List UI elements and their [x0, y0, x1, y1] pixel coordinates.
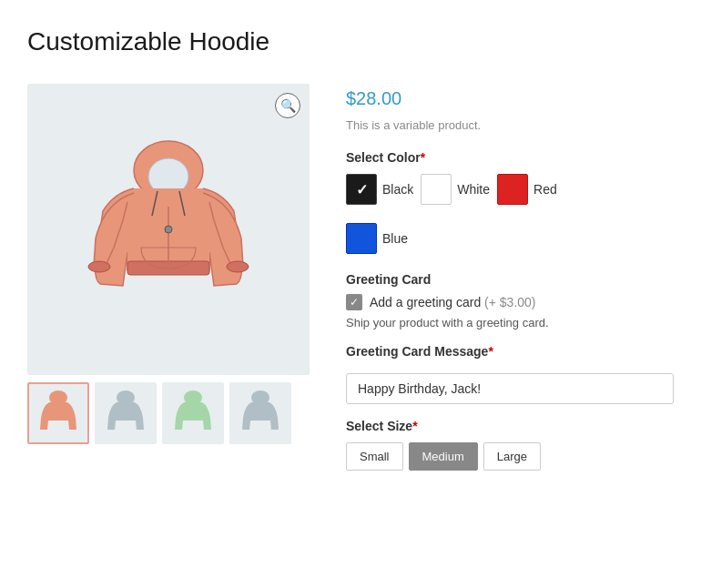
swatch-box-black[interactable]: ✓	[346, 174, 377, 205]
size-section: Select Size* Small Medium Large	[346, 419, 674, 471]
greeting-card-checkbox-row: ✓ Add a greeting card (+ $3.00)	[346, 294, 674, 310]
greeting-card-checkbox[interactable]: ✓	[346, 294, 362, 310]
greeting-card-checkbox-label[interactable]: Add a greeting card (+ $3.00)	[370, 295, 536, 309]
variable-note: This is a variable product.	[346, 118, 674, 132]
swatch-red[interactable]: Red	[497, 174, 557, 205]
product-layout: 🔍	[27, 84, 674, 471]
swatch-black[interactable]: ✓ Black	[346, 174, 413, 205]
thumbnail-list	[27, 382, 310, 444]
swatch-label-red: Red	[533, 182, 557, 197]
svg-rect-15	[183, 407, 203, 421]
product-price: $28.00	[346, 88, 674, 109]
hoodie-image	[77, 120, 259, 339]
zoom-icon[interactable]: 🔍	[275, 93, 300, 118]
swatch-blue[interactable]: Blue	[346, 223, 408, 254]
svg-rect-13	[116, 407, 136, 421]
size-btn-large[interactable]: Large	[483, 442, 541, 471]
color-swatch-group-row2: Blue	[346, 223, 674, 254]
swatch-box-blue[interactable]	[346, 223, 377, 254]
svg-point-5	[227, 261, 249, 272]
color-section: Select Color* ✓ Black White	[346, 150, 674, 254]
swatch-check-black: ✓	[356, 181, 368, 198]
greeting-card-section: Greeting Card ✓ Add a greeting card (+ $…	[346, 272, 674, 329]
product-gallery: 🔍	[27, 84, 310, 444]
thumbnail-item[interactable]	[95, 382, 157, 444]
swatch-box-white[interactable]	[421, 174, 452, 205]
size-btn-medium[interactable]: Medium	[409, 442, 478, 471]
swatch-label-blue: Blue	[382, 231, 408, 246]
color-swatch-group: ✓ Black White Red	[346, 174, 674, 205]
color-label: Select Color*	[346, 150, 674, 165]
ship-note: Ship your product with a greeting card.	[346, 316, 674, 329]
size-label: Select Size*	[346, 419, 674, 433]
swatch-label-black: Black	[382, 182, 413, 197]
svg-point-9	[165, 226, 172, 233]
message-section: Greeting Card Message*	[346, 344, 674, 404]
thumbnail-item[interactable]	[162, 382, 224, 444]
svg-point-4	[88, 261, 110, 272]
svg-rect-11	[48, 407, 68, 421]
greeting-card-label: Greeting Card	[346, 272, 674, 287]
svg-rect-17	[250, 407, 270, 421]
swatch-label-white: White	[457, 182, 490, 197]
product-details: $28.00 This is a variable product. Selec…	[346, 84, 674, 471]
swatch-white[interactable]: White	[421, 174, 490, 205]
main-image: 🔍	[27, 84, 310, 375]
message-label: Greeting Card Message*	[346, 344, 674, 359]
size-swatch-group: Small Medium Large	[346, 442, 674, 471]
greeting-message-input[interactable]	[346, 373, 674, 404]
thumbnail-item[interactable]	[27, 382, 89, 444]
size-btn-small[interactable]: Small	[346, 442, 403, 471]
thumbnail-item[interactable]	[229, 382, 291, 444]
swatch-box-red[interactable]	[497, 174, 528, 205]
page-title: Customizable Hoodie	[27, 27, 674, 56]
